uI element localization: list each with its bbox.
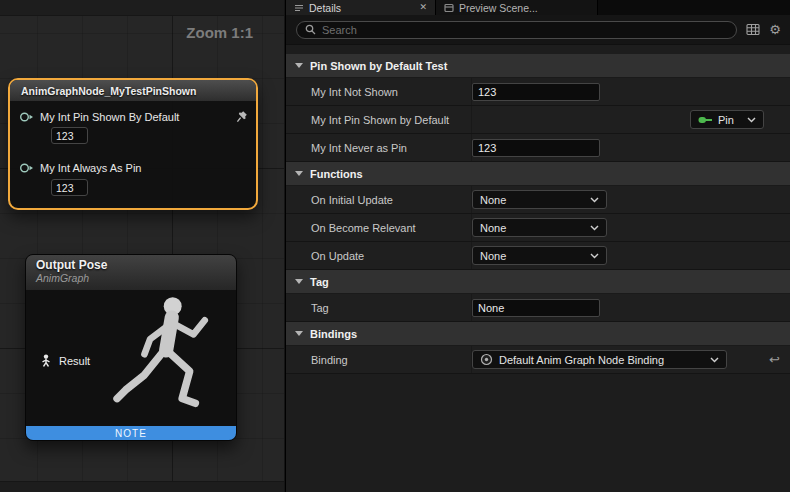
output-pin-icon[interactable]: [19, 111, 34, 123]
on-update-dropdown[interactable]: None: [472, 246, 607, 265]
on-become-relevant-dropdown[interactable]: None: [472, 218, 607, 237]
chevron-down-icon: [590, 225, 599, 231]
property-label: Tag: [286, 302, 471, 314]
chevron-down-icon: [295, 331, 303, 336]
tag-input[interactable]: [472, 299, 600, 317]
category-pin-shown-by-default-test[interactable]: Pin Shown by Default Test: [286, 54, 790, 78]
pin-thumbtack-icon[interactable]: [236, 110, 248, 123]
unreal-editor-window: Zoom 1:1 AnimGraphNode_MyTestPinShown My…: [0, 0, 790, 492]
details-toolbar: ⚙: [286, 15, 790, 45]
mannequin-preview-image: [104, 292, 232, 424]
pin-label: My Int Always As Pin: [40, 162, 141, 174]
chevron-down-icon: [747, 117, 756, 123]
preview-scene-tab-icon: [444, 3, 454, 13]
panel-tab-bar: Details ✕ Preview Scene...: [286, 0, 790, 15]
chevron-down-icon: [710, 357, 719, 363]
pin-value-input[interactable]: [51, 127, 88, 144]
property-row-binding: Binding Default Anim Graph Node Binding …: [286, 346, 790, 374]
dropdown-value: Default Anim Graph Node Binding: [499, 354, 664, 366]
output-pose-node[interactable]: Output Pose AnimGraph: [25, 254, 237, 441]
chevron-down-icon: [590, 197, 599, 203]
my-int-not-shown-input[interactable]: [472, 83, 600, 101]
on-initial-update-dropdown[interactable]: None: [472, 190, 607, 209]
search-input[interactable]: [322, 24, 728, 36]
tab-preview-scene[interactable]: Preview Scene...: [436, 0, 598, 15]
dropdown-value: Pin: [718, 114, 734, 126]
property-label: On Initial Update: [286, 194, 471, 206]
chevron-down-icon: [295, 279, 303, 284]
anim-node-title[interactable]: AnimGraphNode_MyTestPinShown: [10, 80, 256, 101]
property-row-on-become-relevant: On Become Relevant None: [286, 214, 790, 242]
graph-top-strip: [0, 0, 284, 16]
node-note-bar: NOTE: [26, 426, 236, 440]
settings-gear-icon[interactable]: ⚙: [769, 23, 781, 36]
details-tab-icon: [294, 3, 304, 13]
binding-icon: [480, 353, 493, 366]
tab-label: Preview Scene...: [459, 2, 538, 14]
anim-graph-node[interactable]: AnimGraphNode_MyTestPinShown My Int Pin …: [8, 78, 258, 210]
output-node-title: Output Pose: [36, 258, 226, 272]
tab-label: Details: [309, 2, 341, 14]
pin-visibility-dropdown[interactable]: Pin: [690, 110, 764, 129]
property-row-on-initial-update: On Initial Update None: [286, 186, 790, 214]
property-label: My Int Not Shown: [286, 86, 471, 98]
category-title: Tag: [310, 276, 329, 288]
category-tag[interactable]: Tag: [286, 270, 790, 294]
green-pin-icon: [698, 115, 712, 125]
reset-to-default-icon[interactable]: ↩: [769, 353, 780, 366]
output-pin-icon[interactable]: [19, 162, 34, 174]
search-box[interactable]: [296, 21, 737, 39]
close-tab-icon[interactable]: ✕: [419, 3, 427, 12]
result-pin[interactable]: Result: [40, 354, 90, 367]
chevron-down-icon: [295, 63, 303, 68]
dropdown-value: None: [480, 250, 506, 262]
pin-row: My Int Pin Shown By Default: [19, 110, 248, 123]
output-node-header[interactable]: Output Pose AnimGraph: [26, 255, 236, 290]
display-filter-icon[interactable]: [746, 23, 760, 36]
category-title: Pin Shown by Default Test: [310, 60, 447, 72]
property-label: My Int Never as Pin: [286, 142, 471, 154]
property-label: My Int Pin Shown by Default: [286, 114, 471, 126]
tab-details[interactable]: Details ✕: [286, 0, 436, 15]
details-property-list: Pin Shown by Default Test My Int Not Sho…: [286, 45, 790, 492]
chevron-down-icon: [590, 253, 599, 259]
my-int-never-as-pin-input[interactable]: [472, 139, 600, 157]
details-panel: Details ✕ Preview Scene...: [285, 0, 790, 492]
graph-bottom-strip: [0, 481, 284, 492]
property-row-on-update: On Update None: [286, 242, 790, 270]
property-row-my-int-pin-shown-by-default: My Int Pin Shown by Default Pin: [286, 106, 790, 134]
dropdown-value: None: [480, 194, 506, 206]
pin-row: My Int Always As Pin: [19, 162, 248, 174]
pin-value-input[interactable]: [51, 179, 88, 196]
zoom-level-label: Zoom 1:1: [186, 24, 253, 41]
property-label: On Become Relevant: [286, 222, 471, 234]
dropdown-value: None: [480, 222, 506, 234]
output-node-subtitle: AnimGraph: [36, 272, 226, 284]
output-node-body: Result: [26, 290, 236, 426]
pose-pin-icon: [40, 354, 52, 367]
category-title: Bindings: [310, 328, 357, 340]
binding-dropdown[interactable]: Default Anim Graph Node Binding: [472, 350, 727, 369]
category-title: Functions: [310, 168, 363, 180]
result-pin-label: Result: [59, 355, 90, 367]
search-icon: [305, 24, 316, 35]
property-row-my-int-not-shown: My Int Not Shown: [286, 78, 790, 106]
property-label: Binding: [286, 354, 471, 366]
property-label: On Update: [286, 250, 471, 262]
category-bindings[interactable]: Bindings: [286, 322, 790, 346]
property-row-my-int-never-as-pin: My Int Never as Pin: [286, 134, 790, 162]
pin-label: My Int Pin Shown By Default: [40, 111, 179, 123]
category-functions[interactable]: Functions: [286, 162, 790, 186]
chevron-down-icon: [295, 171, 303, 176]
property-row-tag: Tag: [286, 294, 790, 322]
animgraph-canvas[interactable]: Zoom 1:1 AnimGraphNode_MyTestPinShown My…: [0, 0, 284, 492]
